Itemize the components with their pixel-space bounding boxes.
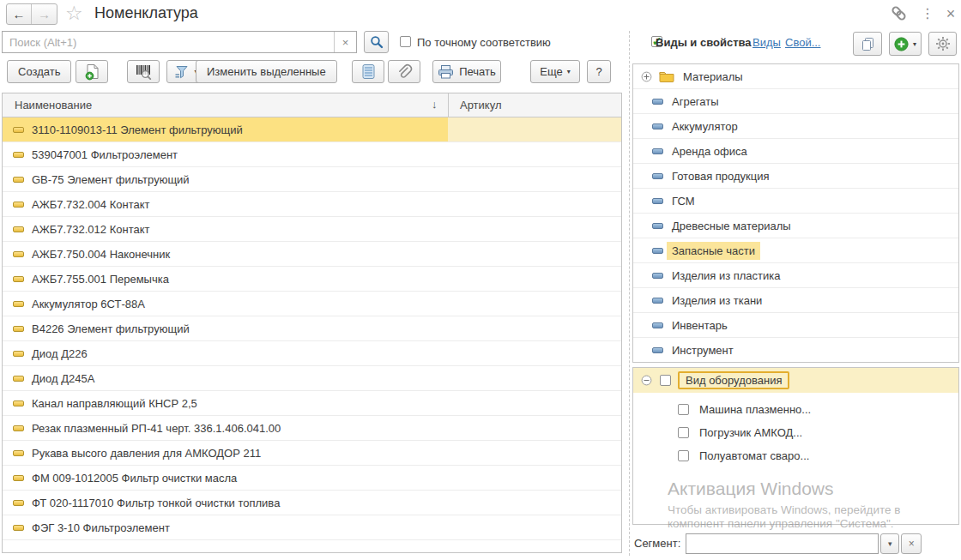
table-row[interactable]: АЖБ7.732.004 Контакт <box>3 192 621 217</box>
item-icon <box>13 400 24 406</box>
properties-link[interactable]: Свой... <box>785 36 820 49</box>
equipment-type-header[interactable]: Вид оборудования <box>633 368 958 393</box>
edit-selected-label: Изменить выделенные <box>207 65 326 78</box>
item-name: АЖБ7.732.012 Контакт <box>32 223 149 236</box>
table-row[interactable]: ФТ 020-1117010 Фильтр тонкой очистки топ… <box>3 491 621 515</box>
item-articul <box>448 515 621 539</box>
equipment-item-checkbox[interactable] <box>678 427 689 438</box>
collapse-icon[interactable] <box>641 375 652 386</box>
tree-node[interactable]: Инструмент <box>633 338 958 363</box>
item-icon <box>13 177 24 183</box>
tree-node-root[interactable]: Материалы <box>633 64 958 89</box>
tree-node[interactable]: Готовая продукция <box>633 164 958 189</box>
equipment-type-panel: Вид оборудования Машина плазменно... Пог… <box>632 367 959 525</box>
table-row[interactable]: Аккумулятор 6СТ-88А <box>3 292 621 316</box>
table-row[interactable]: GB-75 Элемент фильтрующий <box>3 167 621 192</box>
table-row[interactable]: В4226 Элемент фильтрующий <box>3 316 621 341</box>
item-icon <box>13 152 24 158</box>
table-row[interactable]: ФМ 009-1012005 Фильтр очистки масла <box>3 466 621 491</box>
search-clear-icon[interactable]: × <box>334 32 356 52</box>
column-header-name[interactable]: Наименование <box>3 99 92 111</box>
item-name: 539047001 Фильтроэлемент <box>32 148 178 161</box>
table-row[interactable]: Резак плазменный РП-41 черт. 336.1.406.0… <box>3 416 621 441</box>
column-divider[interactable] <box>448 93 449 117</box>
create-group-button[interactable] <box>76 60 108 83</box>
tree-node-label: Аренда офиса <box>672 145 747 158</box>
tree-node-label: Изделия из ткани <box>672 294 762 307</box>
type-icon <box>652 298 663 304</box>
more-button[interactable]: Еще ▾ <box>530 60 580 83</box>
item-articul <box>448 242 621 266</box>
get-link-button[interactable] <box>889 5 908 25</box>
item-articul <box>448 416 621 440</box>
expand-icon[interactable] <box>641 71 652 82</box>
segment-clear-button[interactable]: × <box>901 533 922 554</box>
table-row[interactable]: АЖБ7.732.012 Контакт <box>3 217 621 242</box>
tree-node[interactable]: Агрегаты <box>633 89 958 114</box>
list-settings-button[interactable] <box>352 60 384 83</box>
equipment-type-checkbox[interactable] <box>660 375 671 386</box>
item-articul <box>448 441 621 465</box>
tree-node[interactable]: Инвентарь <box>633 313 958 338</box>
type-icon <box>652 273 663 279</box>
vertical-splitter[interactable] <box>629 31 630 556</box>
tree-node-selected[interactable]: Запасные части <box>633 238 958 263</box>
print-button[interactable]: Печать <box>432 60 501 83</box>
table-row[interactable]: 3110-1109013-11 Элемент фильтрующий <box>3 117 621 142</box>
equipment-item[interactable]: Погрузчик АМКОД... <box>678 426 958 439</box>
item-articul <box>448 167 621 191</box>
types-properties-title: Виды и свойства <box>656 36 752 49</box>
table-row[interactable]: Диод Д245А <box>3 366 621 391</box>
item-icon <box>13 202 24 208</box>
window-menu-button[interactable]: ⋮ <box>918 5 937 21</box>
type-icon <box>652 248 663 254</box>
close-button[interactable]: × <box>941 5 960 23</box>
add-button[interactable]: ▾ <box>889 32 922 56</box>
equipment-item-checkbox[interactable] <box>678 450 689 461</box>
tree-node-label: Изделия из пластика <box>672 269 781 282</box>
table-row[interactable]: ФЭГ 3-10 Фильтроэлемент <box>3 515 621 540</box>
item-articul <box>448 341 621 365</box>
tree-node-label: Материалы <box>683 70 743 83</box>
attachments-button[interactable] <box>388 60 420 83</box>
search-button[interactable] <box>364 31 389 53</box>
exact-match-checkbox[interactable] <box>400 36 411 47</box>
table-row[interactable]: 539047001 Фильтроэлемент <box>3 142 621 167</box>
equipment-item[interactable]: Полуавтомат сваро... <box>678 449 958 462</box>
tree-node[interactable]: ГСМ <box>633 189 958 214</box>
tree-node[interactable]: Аккумулятор <box>633 114 958 139</box>
pages-icon <box>860 36 876 52</box>
help-button[interactable]: ? <box>587 60 611 83</box>
types-link[interactable]: Виды <box>752 36 781 49</box>
tree-node[interactable]: Изделия из пластика <box>633 263 958 288</box>
edit-selected-button[interactable]: Изменить выделенные <box>196 60 337 83</box>
sort-descending-icon[interactable]: ↓ <box>432 98 438 111</box>
equipment-item-checkbox[interactable] <box>678 404 689 415</box>
table-row[interactable]: АЖБ7.755.001 Перемычка <box>3 267 621 292</box>
settings-button[interactable] <box>928 32 957 56</box>
table-row[interactable]: Рукава высого давления для АМКОДОР 211 <box>3 441 621 466</box>
favorites-star-icon[interactable]: ☆ <box>65 2 83 25</box>
table-row[interactable]: АЖБ7.750.004 Наконечник <box>3 242 621 267</box>
tree-node[interactable]: Древесные материалы <box>633 214 958 238</box>
table-row[interactable]: Диод Д226 <box>3 341 621 366</box>
chain-icon <box>890 5 907 22</box>
search-input[interactable] <box>3 32 334 52</box>
create-button[interactable]: Создать <box>7 60 71 83</box>
type-icon <box>652 148 663 154</box>
column-header-articul[interactable]: Артикул <box>460 99 501 111</box>
compare-button[interactable] <box>853 32 882 56</box>
table-row[interactable]: Канал направляющий КНСР 2,5 <box>3 391 621 416</box>
segment-input[interactable] <box>686 533 879 554</box>
tree-node[interactable]: Изделия из ткани <box>633 288 958 313</box>
equipment-item-label: Погрузчик АМКОД... <box>699 426 802 439</box>
segment-select-button[interactable]: ▾ <box>880 533 899 554</box>
tree-node[interactable]: Аренда офиса <box>633 139 958 164</box>
barcode-search-button[interactable] <box>127 60 160 83</box>
back-button[interactable]: ← <box>7 4 32 24</box>
tree-node-label: Запасные части <box>667 242 760 260</box>
item-icon <box>13 226 24 232</box>
forward-button[interactable]: → <box>32 4 57 24</box>
equipment-item[interactable]: Машина плазменно... <box>678 403 958 416</box>
magnifier-icon <box>370 35 384 49</box>
